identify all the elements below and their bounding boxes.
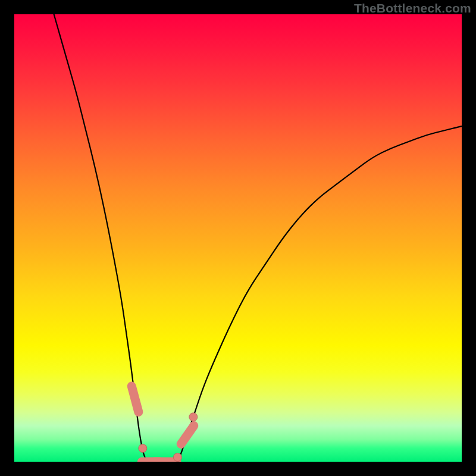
outer-frame: TheBottleneck.com [0,0,476,476]
bottleneck-curve [50,14,462,462]
marker-dot [173,453,181,461]
marker-pill [131,386,139,412]
marker-dot [139,444,147,452]
marker-pill [181,425,194,444]
marker-dot [189,413,198,421]
curve-layer [14,14,462,462]
attribution-label: TheBottleneck.com [354,1,471,15]
plot-area [14,14,462,462]
marker-layer [131,386,198,462]
